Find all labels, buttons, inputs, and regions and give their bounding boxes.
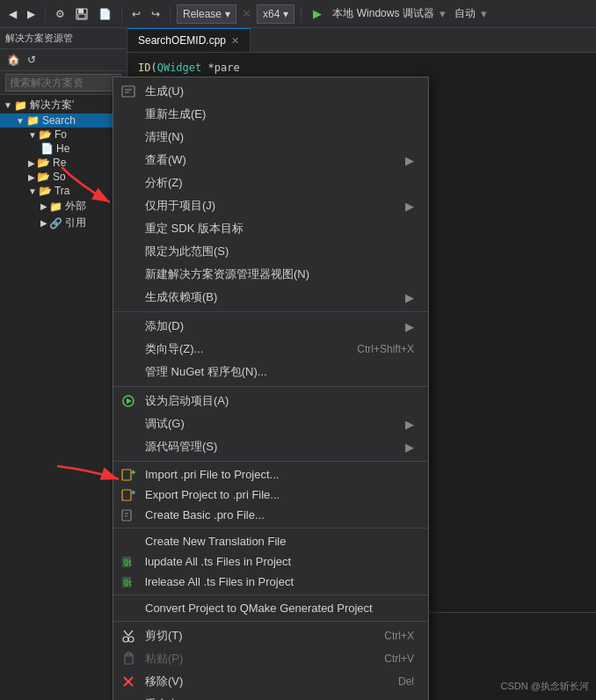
tree-item-tra[interactable]: ▼ 📂 Tra <box>0 184 127 198</box>
menu-item-project-only[interactable]: 仅用于项目(J) ▶ <box>113 194 428 217</box>
auto-dropdown-arrow[interactable]: ▾ <box>481 7 487 20</box>
view-submenu-arrow: ▶ <box>405 154 414 167</box>
tree-item-ext[interactable]: ▶ 📁 外部 <box>0 198 127 215</box>
tra-icon: 📂 <box>39 185 52 197</box>
tree-item-solution[interactable]: ▼ 📁 解决方案' <box>0 97 127 113</box>
menu-label-scope: 限定为此范围(S) <box>145 244 229 259</box>
menu-item-source-control[interactable]: 源代码管理(S) ▶ <box>113 435 428 458</box>
menu-item-debug[interactable]: 调试(G) ▶ <box>113 412 428 435</box>
menu-label-rebuild: 重新生成(E) <box>145 106 206 122</box>
menu-item-set-startup[interactable]: 设为启动项目(A) <box>113 390 428 412</box>
menu-label-rename: 重命名(M) <box>145 696 197 700</box>
forward-button[interactable]: ▶ <box>24 6 39 22</box>
svg-rect-10 <box>122 490 131 500</box>
menu-item-lupdate[interactable]: Qt lupdate All .ts Files in Project <box>113 551 428 572</box>
menu-item-export-pri[interactable]: Export Project to .pri File... <box>113 485 428 505</box>
sidebar-toolbar: 🏠 ↺ <box>0 49 127 71</box>
menu-item-create-translation[interactable]: Create New Translation File <box>113 531 428 551</box>
menu-item-retarget[interactable]: 重定 SDK 版本目标 <box>113 217 428 240</box>
menu-item-analyze[interactable]: 分析(Z) <box>113 171 428 194</box>
debug-dropdown-arrow[interactable]: ▾ <box>440 7 446 20</box>
menu-label-create-pro: Create Basic .pro File... <box>145 508 265 521</box>
sidebar-refresh-btn[interactable]: ↺ <box>25 52 38 68</box>
sidebar-header: 解决方案资源管 <box>0 28 127 49</box>
menu-item-clean[interactable]: 清理(N) <box>113 126 428 149</box>
menu-item-add[interactable]: 添加(D) ▶ <box>113 315 428 338</box>
he-icon: 📄 <box>40 142 54 155</box>
menu-item-deps[interactable]: 生成依赖项(B) ▶ <box>113 286 428 309</box>
menu-item-new-view[interactable]: 新建解决方案资源管理器视图(N) <box>113 263 428 286</box>
menu-label-create-translation: Create New Translation File <box>145 535 286 548</box>
tree-item-fo[interactable]: ▼ 📂 Fo <box>0 128 127 142</box>
search-project-icon: 📁 <box>26 114 40 127</box>
platform-dropdown[interactable]: x64 ▾ <box>257 4 294 24</box>
menu-label-import-pri: Import .pri File to Project... <box>145 468 279 481</box>
rename-icon <box>120 696 136 700</box>
undo-button[interactable]: ↩ <box>128 6 144 22</box>
svg-rect-1 <box>78 9 84 13</box>
menu-item-scope[interactable]: 限定为此范围(S) <box>113 240 428 263</box>
svg-text:Qt: Qt <box>124 559 133 567</box>
run-button[interactable]: ▶ <box>308 5 327 22</box>
search-label: Search <box>42 114 76 127</box>
separator-1 <box>45 6 46 22</box>
menu-item-import-pri[interactable]: Import .pri File to Project... <box>113 464 428 485</box>
solution-search-input[interactable] <box>5 74 121 91</box>
paste-icon <box>120 651 136 667</box>
menu-label-class-wizard: 类向导(Z)... <box>145 341 203 357</box>
tab-label: SearchOEMID.cpp <box>138 34 226 47</box>
solution-label: 解决方案' <box>30 98 74 113</box>
paste-shortcut: Ctrl+V <box>384 653 414 665</box>
menu-item-create-pro[interactable]: Create Basic .pro File... <box>113 505 428 525</box>
re-icon: 📂 <box>37 157 50 169</box>
he-label: He <box>56 142 69 155</box>
redo-button[interactable]: ↪ <box>148 6 164 22</box>
sidebar-title: 解决方案资源管 <box>5 32 73 45</box>
separator-2 <box>121 6 122 22</box>
menu-label-source-control: 源代码管理(S) <box>145 439 217 455</box>
menu-item-class-wizard[interactable]: 类向导(Z)... Ctrl+Shift+X <box>113 338 428 361</box>
source-control-arrow: ▶ <box>405 441 414 454</box>
menu-item-remove[interactable]: 移除(V) Del <box>113 670 428 693</box>
menu-item-rebuild[interactable]: 重新生成(E) <box>113 103 428 126</box>
tree-item-so[interactable]: ▶ 📂 So <box>0 170 127 184</box>
menu-item-rename[interactable]: 重命名(M) F2 <box>113 693 428 700</box>
auto-label: 自动 <box>454 6 476 21</box>
debug-arrow: ▶ <box>405 418 414 431</box>
main-area: 解决方案资源管 🏠 ↺ ▼ 📁 解决方案' ▼ 📁 Search ▼ <box>0 28 596 700</box>
config-button[interactable]: ⚙ <box>52 6 69 22</box>
tab-close[interactable]: ✕ <box>231 35 239 47</box>
tree-item-re[interactable]: ▶ 📂 Re <box>0 156 127 170</box>
back-button[interactable]: ◀ <box>5 6 20 22</box>
menu-label-remove: 移除(V) <box>145 674 183 689</box>
menu-item-nuget[interactable]: 管理 NuGet 程序包(N)... <box>113 361 428 383</box>
arrow-fo: ▼ <box>28 130 37 140</box>
menu-item-lrelease[interactable]: Qt lrelease All .ts Files in Project <box>113 572 428 592</box>
tree-item-ref[interactable]: ▶ 🔗 引用 <box>0 215 127 231</box>
new-file-button[interactable]: 📄 <box>95 6 115 22</box>
menu-label-debug: 调试(G) <box>145 416 185 432</box>
tree-item-he[interactable]: 📄 He <box>0 142 127 156</box>
menu-item-view[interactable]: 查看(W) ▶ <box>113 149 428 171</box>
local-debug-label: 本地 Windows 调试器 <box>332 6 433 21</box>
svg-point-19 <box>123 637 128 642</box>
menu-label-nuget: 管理 NuGet 程序包(N)... <box>145 364 267 380</box>
save-button[interactable] <box>72 6 91 22</box>
editor-tab-searchoemid[interactable]: SearchOEMID.cpp ✕ <box>127 28 251 52</box>
menu-label-set-startup: 设为启动项目(A) <box>145 393 229 409</box>
tree-item-search[interactable]: ▼ 📁 Search <box>0 113 127 128</box>
import-pri-icon <box>120 467 136 483</box>
menu-label-cut: 剪切(T) <box>145 628 183 644</box>
separator-1 <box>113 311 428 312</box>
release-dropdown-arrow: ▾ <box>225 8 230 20</box>
menu-item-cut[interactable]: 剪切(T) Ctrl+X <box>113 624 428 647</box>
menu-item-convert[interactable]: Convert Project to QMake Generated Proje… <box>113 598 428 618</box>
sidebar-home-btn[interactable]: 🏠 <box>5 52 22 68</box>
add-arrow: ▶ <box>405 320 414 333</box>
menu-item-build[interactable]: 生成(U) <box>113 80 428 103</box>
remove-shortcut: Del <box>398 675 414 688</box>
menu-item-paste[interactable]: 粘贴(P) Ctrl+V <box>113 647 428 670</box>
release-dropdown[interactable]: Release ▾ <box>177 4 236 24</box>
arrow-ref: ▶ <box>40 218 47 228</box>
project-only-arrow: ▶ <box>405 200 414 213</box>
